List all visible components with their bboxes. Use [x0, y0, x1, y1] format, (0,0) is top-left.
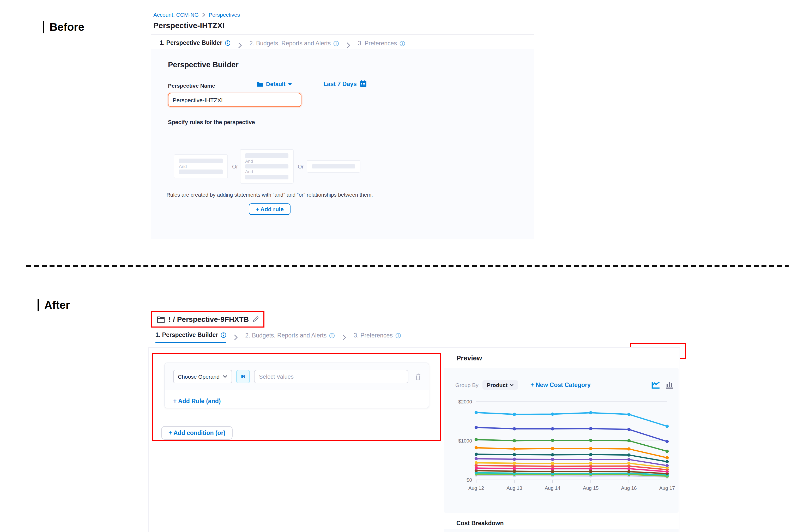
- line-chart-toggle-icon[interactable]: [651, 381, 660, 389]
- skeleton-bar: [245, 175, 288, 179]
- caret-down-icon: [288, 83, 292, 85]
- groupby-product-dropdown[interactable]: Product: [483, 380, 518, 390]
- info-icon: [333, 40, 339, 46]
- before-section-label: Before: [43, 21, 84, 33]
- page: Before Account: CCM-NG Perspectives Pers…: [0, 0, 798, 532]
- rule-box-divider: [154, 419, 439, 419]
- after-section-label: After: [38, 299, 70, 311]
- page-title: Perspective-IHTZXI: [153, 21, 225, 30]
- tab-label: 2. Budgets, Reports and Alerts: [245, 332, 326, 339]
- tab-label: 3. Preferences: [354, 332, 393, 339]
- chevron-down-icon: [223, 375, 227, 378]
- cost-breakdown-panel-edge: [444, 529, 679, 532]
- svg-text:Aug 17: Aug 17: [659, 485, 675, 491]
- folder-icon: [256, 81, 263, 87]
- info-icon: [221, 332, 226, 338]
- rule-skeleton-box: And: [174, 154, 228, 178]
- edit-pencil-icon[interactable]: [252, 316, 259, 322]
- preview-line-chart: $0$1000$2000Aug 12Aug 13Aug 14Aug 15Aug …: [448, 395, 676, 499]
- breadcrumb-chevron-icon: [202, 12, 206, 17]
- svg-text:$2000: $2000: [458, 399, 472, 404]
- svg-text:Aug 15: Aug 15: [583, 485, 598, 491]
- svg-text:Aug 13: Aug 13: [507, 485, 522, 491]
- bar-chart-toggle-icon[interactable]: [665, 381, 674, 389]
- svg-text:Aug 14: Aug 14: [545, 485, 561, 491]
- groupby-row: Group By Product + New Cost Category: [455, 380, 591, 390]
- tab-perspective-builder[interactable]: 1. Perspective Builder: [155, 332, 226, 343]
- after-page-title: ! / Perspective-9FHXTB: [169, 315, 249, 323]
- info-icon: [400, 40, 405, 46]
- skeleton-bar: [179, 170, 223, 174]
- svg-text:$0: $0: [467, 477, 472, 483]
- rules-caption: Rules are created by adding statements w…: [157, 192, 382, 198]
- before-tab-content: Perspective Builder Perspective Name Def…: [151, 49, 534, 239]
- skeleton-and-label: And: [245, 169, 288, 175]
- skeleton-or-label: Or: [298, 164, 304, 170]
- info-icon: [225, 40, 230, 46]
- groupby-label: Group By: [455, 382, 478, 388]
- add-rule-and-wrap: + Add Rule (and): [165, 390, 429, 405]
- folder-selector-label: Default: [266, 81, 286, 87]
- add-rule-button-wrap: + Add rule: [157, 204, 382, 215]
- add-rule-button[interactable]: + Add rule: [249, 204, 290, 215]
- date-range-picker[interactable]: Last 7 Days: [323, 80, 367, 87]
- tab-label: 1. Perspective Builder: [155, 332, 218, 338]
- add-rule-and-link[interactable]: + Add Rule (and): [173, 398, 221, 404]
- info-icon: [395, 332, 401, 338]
- tab-label: 2. Budgets, Reports and Alerts: [249, 40, 331, 46]
- breadcrumb-account-link[interactable]: Account: CCM-NG: [153, 12, 199, 18]
- skeleton-bar: [179, 158, 223, 163]
- skeleton-and-label: And: [245, 158, 288, 164]
- skeleton-bar: [245, 164, 288, 169]
- before-screenshot-panel: Account: CCM-NG Perspectives Perspective…: [151, 7, 534, 239]
- after-tabbar: 1. Perspective Builder 2. Budgets, Repor…: [155, 332, 401, 343]
- tabbar-divider: [151, 34, 534, 35]
- rules-heading: Specify rules for the perspective: [168, 119, 255, 125]
- rule-row: Choose Operand IN: [165, 363, 429, 390]
- select-values-input[interactable]: [254, 370, 408, 383]
- skeleton-bar: [312, 164, 355, 169]
- info-icon: [329, 332, 335, 338]
- tab-budgets-reports-alerts[interactable]: 2. Budgets, Reports and Alerts: [245, 332, 335, 343]
- date-range-label: Last 7 Days: [323, 81, 357, 87]
- chevron-down-icon: [510, 384, 514, 386]
- perspective-name-label: Perspective Name: [168, 82, 215, 89]
- skeleton-and-label: And: [179, 163, 223, 170]
- new-cost-category-link[interactable]: + New Cost Category: [530, 382, 591, 388]
- builder-heading: Perspective Builder: [168, 60, 239, 69]
- rule-skeleton-box: [307, 160, 360, 173]
- breadcrumb-perspectives-link[interactable]: Perspectives: [209, 12, 240, 18]
- folder-outline-icon: [157, 316, 165, 323]
- operand-select[interactable]: Choose Operand: [173, 370, 232, 383]
- perspective-name-input[interactable]: [168, 93, 302, 107]
- after-builder-panel: Preview Choose Operand IN + Add Rule (an…: [148, 347, 680, 532]
- skeleton-or-label: Or: [232, 164, 238, 170]
- breadcrumb: Account: CCM-NG Perspectives: [153, 12, 240, 18]
- svg-text:Aug 16: Aug 16: [621, 485, 636, 491]
- rule-skeleton-box: And And: [240, 149, 293, 184]
- operator-chip[interactable]: IN: [236, 370, 250, 383]
- cost-breakdown-heading: Cost Breakdown: [456, 520, 504, 526]
- folder-selector[interactable]: Default: [256, 81, 292, 87]
- tab-chevron-icon: [234, 334, 238, 341]
- skeleton-bar: [245, 153, 288, 158]
- preview-heading: Preview: [456, 354, 482, 362]
- trash-icon[interactable]: [415, 373, 421, 380]
- rule-builder-highlight-box: Choose Operand IN + Add Rule (and) + Add…: [152, 353, 441, 441]
- svg-text:$1000: $1000: [458, 438, 472, 443]
- groupby-value: Product: [487, 382, 508, 388]
- tab-chevron-icon: [346, 42, 350, 49]
- tab-preferences[interactable]: 3. Preferences: [354, 332, 401, 343]
- operand-select-label: Choose Operand: [178, 374, 220, 380]
- calendar-icon: [360, 80, 367, 87]
- tab-chevron-icon: [238, 42, 242, 49]
- svg-text:Aug 12: Aug 12: [468, 485, 484, 491]
- rule-card: Choose Operand IN + Add Rule (and): [164, 362, 429, 408]
- after-title-highlight-box: ! / Perspective-9FHXTB: [151, 311, 264, 327]
- preview-card: Group By Product + New Cost Category $0$…: [444, 368, 679, 513]
- before-after-divider: [26, 265, 788, 267]
- tab-label: 1. Perspective Builder: [159, 40, 222, 46]
- tab-chevron-icon: [342, 334, 346, 341]
- add-condition-or-button[interactable]: + Add condition (or): [161, 426, 233, 440]
- tab-label: 3. Preferences: [358, 40, 397, 46]
